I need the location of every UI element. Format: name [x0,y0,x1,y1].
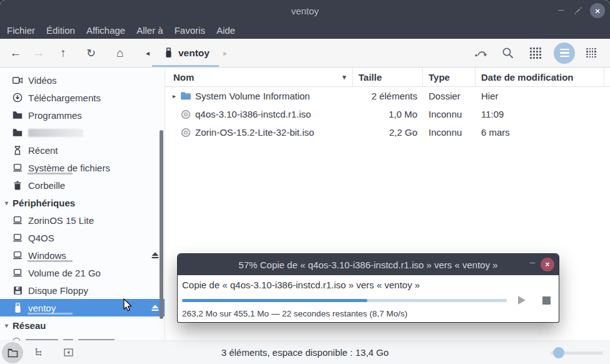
compact-view-icon[interactable] [579,48,604,58]
close-button[interactable]: × [590,3,605,18]
breadcrumb-scroll-left-icon[interactable]: ◂ [140,49,156,58]
breadcrumb-active-underline [152,65,219,67]
menu-fichier[interactable]: Fichier [2,21,40,39]
folder-icon [13,128,23,138]
eject-icon[interactable] [151,251,160,261]
refresh-icon[interactable]: ↻ [76,46,106,60]
usb-icon [163,48,173,58]
up-icon[interactable]: ↑ [50,46,76,60]
minimize-button-icon[interactable]: – [556,4,566,18]
sidebar-item-q4os[interactable]: Q4OS [0,229,165,246]
section-collapse-icon[interactable]: ▾ [5,200,8,206]
sidebar-item-recent[interactable]: Récent [0,141,165,159]
copy-operation-label: Copie de « q4os-3.10-i386-instcd.r1.iso … [182,280,552,290]
forward-icon[interactable]: → [28,46,50,60]
harddisk-icon [13,215,23,225]
copy-progress-bar [182,299,507,302]
usb-icon [13,303,23,313]
breadcrumb-scroll-right-icon[interactable]: ▸ [217,49,233,58]
table-row[interactable]: Zorin-OS-15.2-Lite-32-bit.iso 2,2 Go Inc… [165,123,610,141]
menubar: Fichier Édition Affichage Aller à Favori… [0,21,610,39]
copy-progress-dialog: 57% Copie de « q4os-3.10-i386-instcd.r1.… [178,254,559,322]
table-row[interactable]: ▸ System Volume Information 2 éléments D… [165,87,610,105]
column-header-date[interactable]: Date de modification [475,68,604,86]
menu-edition[interactable]: Édition [41,21,80,39]
expander-icon[interactable]: ▸ [173,93,181,99]
harddisk-icon [13,233,23,243]
folder-icon [13,110,23,120]
sidebar: Vidéos Téléchargements Programmes Récent [0,68,165,340]
harddisk-icon [13,268,23,278]
list-header: Nom ▾ Taille Type Date de modification [165,68,610,87]
breadcrumb[interactable]: ventoy [156,41,217,66]
zoom-slider-knob[interactable] [553,347,564,358]
sidebar-item-telechargements[interactable]: Téléchargements [0,89,165,106]
trash-icon [13,180,23,190]
dialog-title: 57% Copie de « q4os-3.10-i386-instcd.r1.… [238,260,497,270]
menu-affichage[interactable]: Affichage [81,21,130,39]
sidebar-item-clipped[interactable] [0,334,165,340]
video-icon [13,75,23,85]
column-header-type[interactable]: Type [423,68,475,86]
menu-aller-a[interactable]: Aller à [131,21,168,39]
sidebar-item-zorinos-15-lite[interactable]: ZorinOS 15 Lite [0,211,165,229]
titlebar[interactable]: ventoy – × [0,0,610,21]
back-icon[interactable]: ← [4,46,28,60]
column-header-taille[interactable]: Taille [353,68,423,86]
resume-icon[interactable] [518,296,526,305]
mouse-cursor [119,298,133,316]
redacted-label [28,129,83,137]
section-collapse-icon[interactable]: ▾ [5,322,8,329]
sidebar-section-peripheriques[interactable]: ▾ Périphériques [0,194,165,211]
harddisk-icon [13,250,23,260]
disc-icon [181,109,191,119]
sidebar-item-systeme-de-fichiers[interactable]: Système de fichiers [0,159,165,176]
disc-icon [181,128,191,138]
disk-usage-bar [28,173,73,174]
sidebar-section-reseau[interactable]: ▾ Réseau [0,316,165,334]
dialog-titlebar[interactable]: 57% Copie de « q4os-3.10-i386-instcd.r1.… [178,254,559,275]
folder-blue-icon [181,91,191,101]
sidebar-item-windows[interactable]: Windows [0,246,165,264]
dialog-minimize-icon[interactable]: – [530,256,535,267]
menu-aide[interactable]: Aide [211,21,240,39]
menu-favoris[interactable]: Favoris [170,21,210,39]
copy-progress-fill [182,299,367,302]
maximize-button-icon[interactable] [573,6,583,16]
toggle-location-entry-icon[interactable] [469,48,494,59]
disk-usage-bar [28,260,73,262]
table-row[interactable]: q4os-3.10-i386-instcd.r1.iso 1,0 Mo Inco… [165,105,610,123]
grid-view-icon[interactable] [521,48,550,59]
stop-icon[interactable] [542,296,551,305]
column-header-nom[interactable]: Nom ▾ [165,68,353,86]
toolbar: ← → ↑ ↻ ⌂ ◂ ventoy ▸ [0,39,610,68]
sidebar-item-ventoy[interactable]: ventoy [0,299,165,316]
sidebar-item-programmes[interactable]: Programmes [0,106,165,124]
dialog-close-button[interactable]: × [541,258,554,271]
sidebar-item-videos[interactable]: Vidéos [0,71,165,89]
sidebar-item-volume-de-21-go[interactable]: Volume de 21 Go [0,264,165,281]
status-text: 3 éléments, espace disponible : 13,4 Go [0,347,610,358]
sidebar-item-disque-floppy[interactable]: Disque Floppy [0,281,165,299]
zoom-slider[interactable] [551,347,603,358]
download-icon [13,93,23,103]
sort-descending-icon[interactable]: ▾ [342,73,346,81]
disk-usage-bar [28,313,73,315]
file-manager-window: ventoy – × Fichier Édition Affichage All… [0,0,610,364]
statusbar: 3 éléments, espace disponible : 13,4 Go [0,340,610,364]
window-title: ventoy [291,6,318,16]
sidebar-item-corbeille[interactable]: Corbeille [0,176,165,194]
breadcrumb-label: ventoy [178,48,210,59]
hourglass-icon [13,145,23,155]
list-view-icon[interactable] [554,43,575,64]
eject-icon[interactable] [151,303,160,314]
home-icon[interactable]: ⌂ [106,46,135,60]
copy-status-text: 263,2 Mo sur 455,1 Mo — 22 secondes rest… [182,309,552,318]
floppy-icon [13,285,23,295]
sidebar-scrollbar[interactable] [160,130,163,319]
search-icon[interactable] [494,47,521,59]
sidebar-item-redacted[interactable] [0,124,165,141]
harddisk-icon [13,163,23,173]
